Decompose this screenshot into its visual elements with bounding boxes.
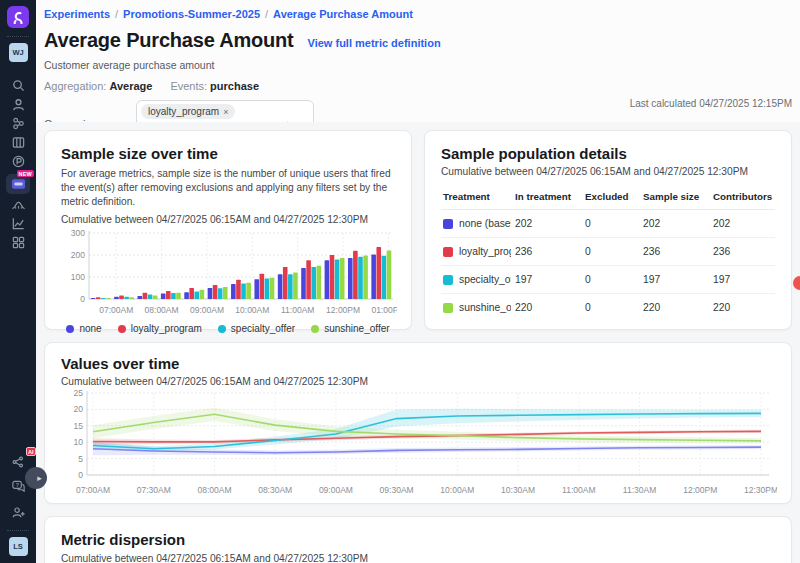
treatment-color-swatch	[443, 275, 453, 285]
sample-size-card: Sample size over time For average metric…	[44, 130, 412, 330]
metrics-console-active-item[interactable]: NEW	[6, 174, 30, 193]
svg-text:11:00AM: 11:00AM	[562, 485, 595, 495]
breadcrumb-experiments[interactable]: Experiments	[44, 8, 110, 20]
svg-text:100: 100	[71, 272, 85, 282]
users-icon[interactable]	[6, 95, 30, 114]
svg-text:11:00AM: 11:00AM	[281, 305, 314, 315]
new-badge: NEW	[17, 170, 34, 177]
sidebar-divider-bottom	[7, 530, 29, 531]
table-row: loyalty_program 236 0 236 236	[441, 238, 775, 266]
svg-text:12:00PM: 12:00PM	[326, 305, 360, 315]
distribution-icon[interactable]	[6, 195, 30, 214]
svg-text:07:00AM: 07:00AM	[99, 305, 133, 315]
legend-item[interactable]: specialty_offer	[218, 323, 295, 334]
dispersion-title: Metric dispersion	[61, 531, 775, 548]
svg-text:?: ?	[15, 482, 18, 488]
view-metric-definition-link[interactable]: View full metric definition	[308, 37, 441, 49]
user-avatar[interactable]: LS	[9, 537, 28, 556]
dispersion-range: Cumulative between 04/27/2025 06:15AM an…	[61, 553, 775, 563]
svg-text:09:30AM: 09:30AM	[380, 485, 414, 495]
statsig-logo-icon[interactable]	[7, 6, 29, 28]
aggregation-label: Aggregation:	[44, 80, 106, 92]
treatment-color-swatch	[443, 219, 453, 229]
population-title: Sample population details	[441, 145, 775, 162]
line-chart-icon[interactable]	[6, 214, 30, 233]
svg-text:12:00PM: 12:00PM	[683, 485, 717, 495]
sidebar-flyout-handle[interactable]: ▸	[25, 467, 47, 489]
table-row: specialty_offer 197 0 197 197	[441, 266, 775, 294]
values-title: Values over time	[61, 355, 775, 372]
search-icon[interactable]	[6, 76, 30, 95]
last-calculated-text: Last calculated 04/27/2025 12:15PM	[630, 98, 792, 109]
svg-text:10:00AM: 10:00AM	[235, 305, 269, 315]
workspace-avatar[interactable]: WJ	[9, 43, 28, 62]
svg-text:10:30AM: 10:30AM	[501, 485, 535, 495]
sample-size-description: For average metrics, sample size is the …	[61, 167, 395, 208]
ai-badge: AI	[26, 447, 37, 456]
legend-item[interactable]: sunshine_offer	[311, 323, 389, 334]
svg-text:08:00AM: 08:00AM	[197, 485, 231, 495]
cards-area: Sample size over time For average metric…	[36, 122, 800, 563]
experiments-icon[interactable]	[6, 114, 30, 133]
events-value: purchase	[210, 80, 259, 92]
sample-size-range: Cumulative between 04/27/2025 06:15AM an…	[61, 214, 395, 225]
col-excluded: Excluded	[583, 187, 641, 210]
legend-dot	[118, 325, 126, 333]
population-range: Cumulative between 04/27/2025 06:15AM an…	[441, 166, 775, 177]
invite-user-icon[interactable]	[6, 503, 30, 522]
feature-gates-icon[interactable]	[6, 133, 30, 152]
svg-text:07:00AM: 07:00AM	[76, 485, 110, 495]
chip-loyalty-program[interactable]: loyalty_program×	[141, 104, 235, 119]
svg-text:08:00AM: 08:00AM	[145, 305, 179, 315]
values-over-time-card: Values over time Cumulative between 04/2…	[44, 342, 792, 504]
col-treatment: Treatment	[441, 187, 513, 210]
page-title: Average Purchase Amount	[44, 29, 294, 52]
values-line-chart: 051015202507:00AM07:30AM08:00AM08:30AM09…	[61, 387, 777, 499]
svg-text:5: 5	[78, 454, 83, 464]
sidebar-divider	[7, 36, 29, 37]
breadcrumb: Experiments / Promotions-Summer-2025 / A…	[44, 8, 792, 20]
treatment-color-swatch	[443, 303, 453, 313]
table-row: none (baseline) 202 0 202 202	[441, 210, 775, 238]
svg-text:07:30AM: 07:30AM	[137, 485, 171, 495]
aggregation-value: Average	[109, 80, 152, 92]
svg-text:11:30AM: 11:30AM	[623, 485, 656, 495]
population-table: Treatment In treatment Excluded Sample s…	[441, 187, 775, 321]
svg-text:300: 300	[71, 228, 85, 238]
col-contributors: Contributors	[711, 187, 775, 210]
svg-text:08:30AM: 08:30AM	[258, 485, 292, 495]
svg-text:200: 200	[71, 250, 85, 260]
breadcrumb-experiment-name[interactable]: Promotions-Summer-2025	[123, 8, 260, 20]
svg-text:12:30PM: 12:30PM	[744, 485, 777, 495]
sample-size-title: Sample size over time	[61, 145, 395, 162]
values-range: Cumulative between 04/27/2025 06:15AM an…	[61, 376, 775, 387]
breadcrumb-metric-name[interactable]: Average Purchase Amount	[273, 8, 413, 20]
main-content: Experiments / Promotions-Summer-2025 / A…	[36, 0, 800, 563]
svg-text:01:00PM: 01:00PM	[371, 305, 397, 315]
ai-assistant-icon[interactable]: AI	[6, 452, 30, 471]
svg-text:20: 20	[74, 404, 84, 414]
svg-text:0: 0	[78, 470, 83, 480]
metric-dispersion-card: Metric dispersion Cumulative between 04/…	[44, 516, 792, 563]
legend-item[interactable]: loyalty_program	[118, 323, 202, 334]
events-label: Events:	[170, 80, 207, 92]
legend-dot	[311, 325, 319, 333]
sample-size-bar-chart: 010020030007:00AM08:00AM09:00AM10:00AM11…	[61, 225, 397, 317]
metric-subtitle: Customer average purchase amount	[44, 59, 792, 71]
dashboard-grid-icon[interactable]	[6, 233, 30, 252]
col-sample-size: Sample size	[641, 187, 711, 210]
table-row: sunshine_offer 220 0 220 220	[441, 294, 775, 322]
legend-dot	[66, 325, 74, 333]
support-launcher-button[interactable]	[793, 276, 800, 290]
legend-dot	[218, 325, 226, 333]
pulse-icon[interactable]	[6, 152, 30, 171]
treatment-color-swatch	[443, 247, 453, 257]
col-in-treatment: In treatment	[513, 187, 583, 210]
chip-remove-icon[interactable]: ×	[223, 107, 228, 117]
svg-text:10: 10	[74, 437, 84, 447]
sample-size-legend: noneloyalty_programspecialty_offersunshi…	[61, 323, 395, 334]
legend-item[interactable]: none	[66, 323, 101, 334]
population-details-card: Sample population details Cumulative bet…	[424, 130, 792, 330]
aggregation-row: Aggregation:Average Events:purchase	[44, 80, 792, 92]
svg-text:09:00AM: 09:00AM	[190, 305, 224, 315]
